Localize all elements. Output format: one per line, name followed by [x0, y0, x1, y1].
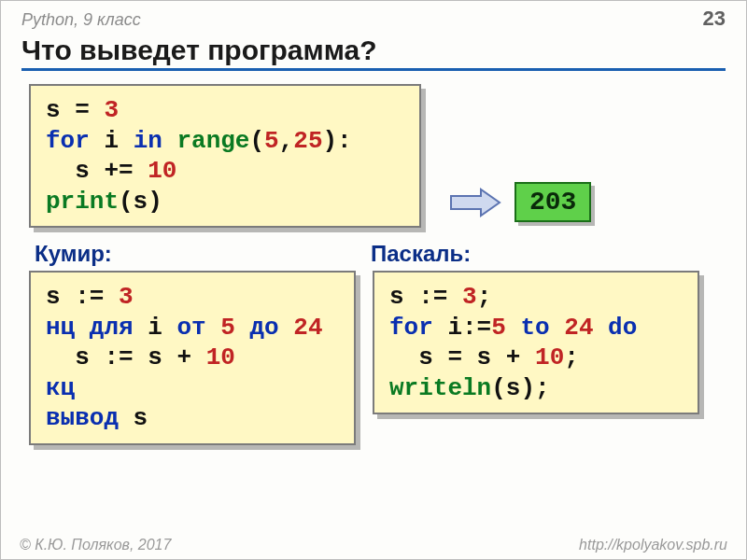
pascal-label: Паскаль: — [365, 241, 471, 267]
arrow-result: 203 — [449, 182, 591, 228]
kumir-code-box: s := 3 нц для i от 5 до 24 s := s + 10 к… — [29, 271, 356, 445]
code-text: i:= — [433, 314, 491, 342]
slide-content: s = 3 for i in range(5,25): s += 10 prin… — [1, 84, 746, 445]
code-number: 25 — [293, 127, 322, 155]
code-text: s — [119, 404, 148, 432]
python-code-box: s = 3 for i in range(5,25): s += 10 prin… — [29, 84, 421, 228]
slide-footer: © К.Ю. Поляков, 2017 http://kpolyakov.sp… — [1, 537, 746, 553]
code-number: 10 — [535, 343, 564, 371]
code-keyword: вывод — [46, 404, 119, 432]
code-text: s += — [46, 157, 148, 185]
code-text: s := — [46, 283, 119, 311]
code-number: 5 — [220, 314, 235, 342]
code-text: (s); — [491, 374, 549, 402]
code-text: s := s + — [46, 343, 206, 371]
language-labels: Кумир: Паскаль: — [29, 241, 718, 267]
code-text — [162, 127, 177, 155]
code-function: writeln — [389, 374, 491, 402]
bottom-row: s := 3 нц для i от 5 до 24 s := s + 10 к… — [29, 271, 718, 445]
code-keyword: do — [608, 314, 637, 342]
code-text — [594, 314, 609, 342]
code-text — [235, 314, 250, 342]
kumir-label: Кумир: — [29, 241, 365, 267]
code-keyword: от — [176, 314, 205, 342]
code-text: i — [134, 314, 177, 342]
code-text: i — [90, 127, 134, 155]
page-number: 23 — [703, 7, 726, 31]
code-number: 10 — [206, 343, 235, 371]
code-text — [506, 314, 521, 342]
code-number: 3 — [119, 283, 134, 311]
code-text: ( — [249, 127, 264, 155]
code-function: range — [176, 127, 249, 155]
code-keyword: до — [249, 314, 278, 342]
code-text: ): — [323, 127, 352, 155]
code-text — [550, 314, 565, 342]
slide-header: Python, 9 класс 23 — [1, 1, 746, 31]
code-keyword: кц — [46, 374, 75, 402]
code-text: (s) — [119, 188, 162, 216]
code-text — [206, 314, 221, 342]
code-number: 3 — [104, 96, 119, 124]
code-number: 5 — [491, 314, 506, 342]
top-row: s = 3 for i in range(5,25): s += 10 prin… — [29, 84, 718, 228]
pascal-code-box: s := 3; for i:=5 to 24 do s = s + 10; wr… — [373, 271, 699, 414]
code-keyword: for — [389, 314, 433, 342]
code-text: s := — [389, 283, 462, 311]
course-label: Python, 9 класс — [21, 10, 141, 30]
code-text — [279, 314, 294, 342]
code-text: , — [279, 127, 294, 155]
code-function: print — [46, 188, 119, 216]
code-text: ; — [477, 283, 492, 311]
code-text: s = — [46, 96, 104, 124]
code-number: 24 — [293, 314, 322, 342]
slide-title: Что выведет программа? — [21, 35, 726, 66]
svg-marker-0 — [451, 189, 500, 216]
code-keyword: нц для — [46, 314, 134, 342]
code-keyword: for — [46, 127, 90, 155]
code-text: ; — [564, 343, 579, 371]
title-rule — [21, 68, 726, 71]
code-keyword: to — [520, 314, 549, 342]
code-number: 3 — [462, 283, 477, 311]
copyright-label: © К.Ю. Поляков, 2017 — [20, 537, 171, 553]
result-box: 203 — [514, 182, 591, 222]
code-text: s = s + — [389, 343, 535, 371]
source-url-label: http://kpolyakov.spb.ru — [579, 537, 727, 553]
code-number: 24 — [564, 314, 593, 342]
code-number: 10 — [148, 157, 176, 185]
arrow-right-icon — [449, 187, 501, 218]
code-number: 5 — [264, 127, 279, 155]
code-keyword: in — [134, 127, 162, 155]
slide: Python, 9 класс 23 Что выведет программа… — [0, 0, 747, 560]
